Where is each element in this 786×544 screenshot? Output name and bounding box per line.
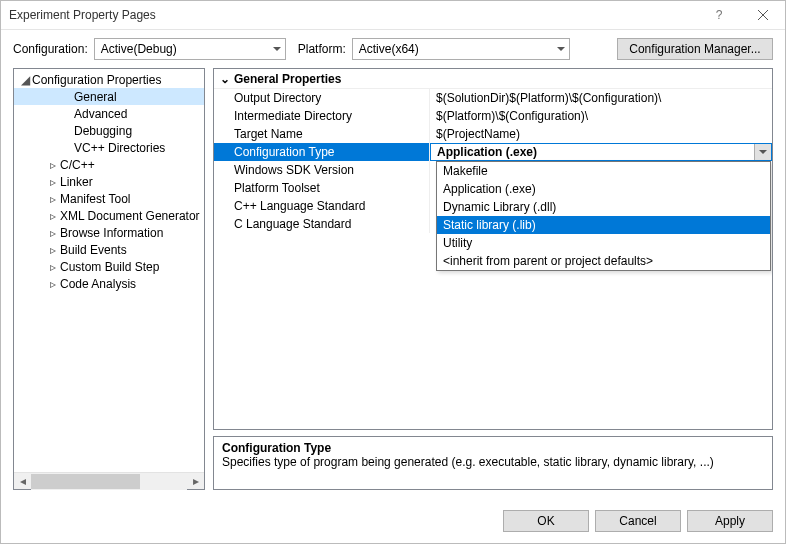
desc-title: Configuration Type [222,441,764,455]
chevron-down-icon [759,150,767,154]
dropdown-item[interactable]: Application (.exe) [437,180,770,198]
platform-value: Active(x64) [359,42,419,56]
config-label: Configuration: [13,42,88,56]
config-value: Active(Debug) [101,42,177,56]
expand-icon: ▹ [48,277,58,291]
tree-item-label: Build Events [60,243,127,257]
tree-root-label: Configuration Properties [32,73,161,87]
footer: OK Cancel Apply [1,498,785,543]
property-row[interactable]: Output Directory$(SolutionDir)$(Platform… [214,89,772,107]
property-name: C++ Language Standard [214,197,430,215]
horizontal-scrollbar[interactable]: ◂ ▸ [14,472,204,489]
help-button[interactable]: ? [697,1,741,29]
tree-item[interactable]: ▹XML Document Generator [14,207,204,224]
window-controls: ? [697,1,785,29]
chevron-down-icon [557,47,565,51]
expand-icon: ▹ [48,209,58,223]
collapse-icon: ◢ [20,73,30,87]
property-tree[interactable]: ◢Configuration PropertiesGeneralAdvanced… [14,69,204,472]
property-row[interactable]: Intermediate Directory$(Platform)\$(Conf… [214,107,772,125]
expand-icon: ▹ [48,243,58,257]
section-title: General Properties [234,72,341,86]
expand-icon: ▹ [48,175,58,189]
property-row[interactable]: Target Name$(ProjectName) [214,125,772,143]
tree-item[interactable]: ▹Custom Build Step [14,258,204,275]
right-panel: ⌄ General Properties Output Directory$(S… [213,68,773,490]
tree-item[interactable]: ▹Manifest Tool [14,190,204,207]
tree-panel: ◢Configuration PropertiesGeneralAdvanced… [13,68,205,490]
description-pane: Configuration Type Specifies type of pro… [213,436,773,490]
desc-text: Specifies type of program being generate… [222,455,764,469]
property-value[interactable]: $(ProjectName) [430,125,772,143]
tree-item[interactable]: Advanced [14,105,204,122]
property-value[interactable]: $(Platform)\$(Configuration)\ [430,107,772,125]
platform-label: Platform: [298,42,346,56]
dropdown-item[interactable]: Dynamic Library (.dll) [437,198,770,216]
tree-item-label: Advanced [74,107,127,121]
config-type-dropdown[interactable]: MakefileApplication (.exe)Dynamic Librar… [436,161,771,271]
close-icon [758,10,768,20]
tree-item-label: Debugging [74,124,132,138]
chevron-down-icon [273,47,281,51]
tree-item-label: General [74,90,117,104]
tree-item[interactable]: Debugging [14,122,204,139]
scroll-left-arrow[interactable]: ◂ [14,473,31,490]
dropdown-item[interactable]: Static library (.lib) [437,216,770,234]
scroll-thumb[interactable] [31,474,140,489]
platform-combo[interactable]: Active(x64) [352,38,570,60]
property-name: Target Name [214,125,430,143]
titlebar: Experiment Property Pages ? [1,1,785,30]
scroll-right-arrow[interactable]: ▸ [187,473,204,490]
ok-button[interactable]: OK [503,510,589,532]
dropdown-item[interactable]: Makefile [437,162,770,180]
tree-item-label: C/C++ [60,158,95,172]
dropdown-button[interactable] [754,144,771,160]
tree-item[interactable]: ▹Code Analysis [14,275,204,292]
collapse-icon: ⌄ [220,72,234,86]
property-name: Configuration Type [214,143,430,161]
tree-item-label: Code Analysis [60,277,136,291]
toolbar: Configuration: Active(Debug) Platform: A… [1,30,785,68]
config-combo[interactable]: Active(Debug) [94,38,286,60]
config-manager-button[interactable]: Configuration Manager... [617,38,773,60]
property-name: Platform Toolset [214,179,430,197]
property-row[interactable]: Configuration TypeApplication (.exe) [214,143,772,161]
scroll-track[interactable] [31,473,187,490]
tree-item-label: Linker [60,175,93,189]
property-value[interactable]: $(SolutionDir)$(Platform)\$(Configuratio… [430,89,772,107]
tree-item[interactable]: VC++ Directories [14,139,204,156]
tree-root[interactable]: ◢Configuration Properties [14,71,204,88]
tree-item-label: Manifest Tool [60,192,130,206]
dropdown-item[interactable]: <inherit from parent or project defaults… [437,252,770,270]
tree-item-label: Custom Build Step [60,260,159,274]
cancel-button[interactable]: Cancel [595,510,681,532]
property-value[interactable]: Application (.exe) [430,143,772,161]
tree-item-label: VC++ Directories [74,141,165,155]
expand-icon: ▹ [48,226,58,240]
dropdown-item[interactable]: Utility [437,234,770,252]
tree-item-label: XML Document Generator [60,209,200,223]
grid-section-header[interactable]: ⌄ General Properties [214,69,772,89]
close-button[interactable] [741,1,785,29]
tree-item[interactable]: ▹C/C++ [14,156,204,173]
property-name: C Language Standard [214,215,430,233]
tree-item[interactable]: ▹Browse Information [14,224,204,241]
expand-icon: ▹ [48,192,58,206]
property-grid: ⌄ General Properties Output Directory$(S… [213,68,773,430]
property-name: Output Directory [214,89,430,107]
expand-icon: ▹ [48,260,58,274]
expand-icon: ▹ [48,158,58,172]
property-name: Intermediate Directory [214,107,430,125]
apply-button[interactable]: Apply [687,510,773,532]
property-name: Windows SDK Version [214,161,430,179]
tree-item-label: Browse Information [60,226,163,240]
window-title: Experiment Property Pages [9,8,156,22]
tree-item[interactable]: ▹Linker [14,173,204,190]
tree-item[interactable]: ▹Build Events [14,241,204,258]
tree-item[interactable]: General [14,88,204,105]
